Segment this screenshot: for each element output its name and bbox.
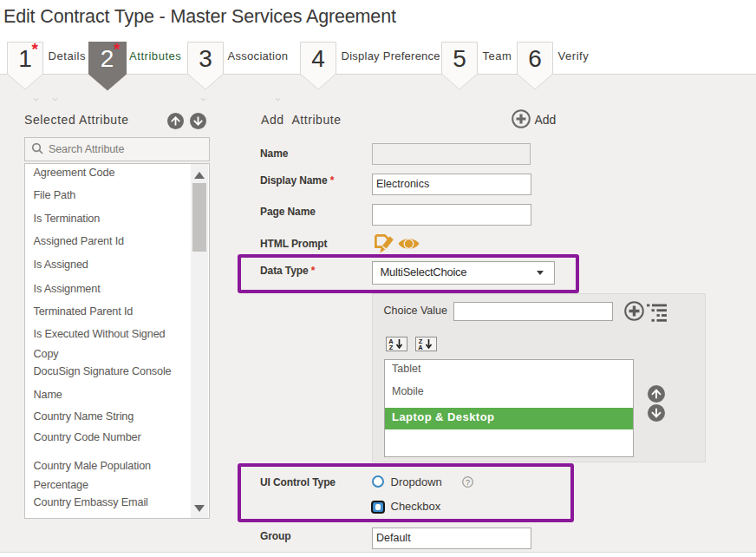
svg-text:?: ? bbox=[465, 477, 469, 486]
svg-text:A: A bbox=[418, 344, 423, 351]
svg-text:Z: Z bbox=[389, 344, 394, 351]
